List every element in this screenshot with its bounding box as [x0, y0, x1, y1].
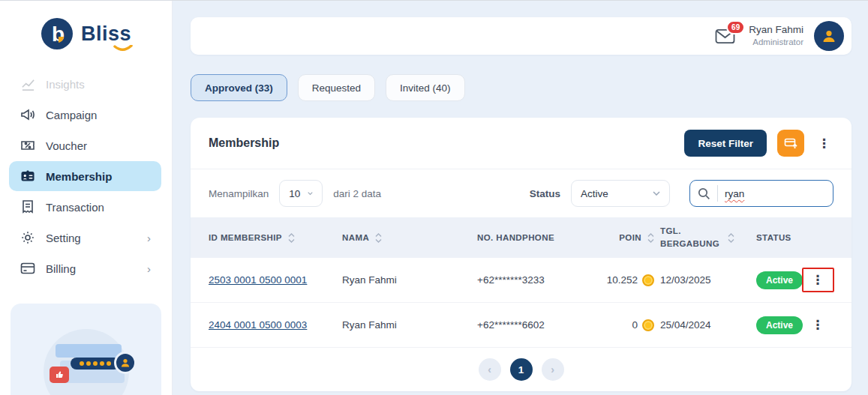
tab-requested[interactable]: Requested: [298, 74, 375, 101]
status-label: Status: [530, 188, 560, 199]
member-name: Ryan Fahmi: [342, 274, 477, 286]
status-badge: Active: [756, 316, 803, 334]
table-header-row: ID MEMBERSHIP NAMA NO. HANDPHONE POIN TG…: [191, 217, 851, 258]
sidebar-item-transaction[interactable]: Transaction: [9, 192, 161, 222]
sidebar-item-label: Setting: [46, 232, 81, 244]
sort-icon[interactable]: [728, 233, 734, 243]
table-row: 2503 0001 0500 0001 Ryan Fahmi +62******…: [191, 258, 851, 303]
row-actions-highlight-box: ⋮: [802, 268, 834, 292]
member-phone: +62*******6602: [477, 319, 591, 331]
user-meta: Ryan Fahmi Administrator: [749, 24, 803, 47]
notification-button[interactable]: 69: [715, 28, 735, 44]
sidebar-item-campaign[interactable]: Campaign: [9, 100, 161, 130]
insights-icon: [20, 77, 36, 91]
bliss-logo-icon: b: [41, 17, 74, 50]
table-row: 2404 0001 0500 0003 Ryan Fahmi +62******…: [191, 303, 851, 348]
membership-id-link-cell: 2503 0001 0500 0001: [209, 274, 342, 286]
sort-icon[interactable]: [647, 233, 654, 243]
user-avatar[interactable]: [814, 21, 844, 51]
user-name: Ryan Fahmi: [749, 24, 803, 37]
member-poin: 0: [632, 319, 638, 331]
sidebar-item-label: Campaign: [46, 109, 97, 121]
column-header-id: ID MEMBERSHIP: [209, 233, 342, 243]
row-actions-cell: ⋮: [803, 268, 833, 292]
rating-stars-icon: [71, 358, 120, 370]
sidebar-item-insights[interactable]: Insights: [9, 69, 161, 99]
membership-id-link[interactable]: 2503 0001 0500 0001: [209, 274, 307, 286]
app-root: b Bliss Insights: [0, 1, 868, 395]
membership-id-link[interactable]: 2404 0001 0500 0003: [209, 319, 307, 331]
sort-icon[interactable]: [288, 233, 295, 243]
member-name: Ryan Fahmi: [342, 319, 477, 331]
sort-icon[interactable]: [375, 233, 382, 243]
column-header-poin: POIN: [591, 233, 660, 243]
sidebar-item-label: Billing: [46, 262, 76, 275]
row-more-menu[interactable]: ⋮: [809, 272, 827, 288]
thumbs-up-icon: [50, 367, 69, 383]
campaign-icon: [20, 107, 36, 122]
column-header-handphone: NO. HANDPHONE: [477, 233, 591, 242]
reset-filter-button[interactable]: Reset Filter: [684, 130, 767, 157]
feedback-illustration: [30, 323, 143, 392]
tab-invited[interactable]: Invited (40): [386, 74, 465, 101]
tab-approved[interactable]: Approved (33): [191, 74, 287, 101]
logo-smile-icon: [113, 45, 133, 52]
export-card-button[interactable]: [777, 130, 804, 157]
chevron-down-icon: [653, 191, 660, 196]
panel-more-menu[interactable]: ⋮: [815, 136, 833, 151]
coin-icon: [642, 319, 654, 331]
member-poin-cell: 0: [591, 319, 660, 331]
search-input[interactable]: ryan: [689, 180, 833, 207]
logo-text: Bliss: [81, 22, 131, 45]
membership-panel: Membership Reset Filter ⋮ Menampilkan 10: [191, 118, 851, 391]
panel-title: Membership: [209, 136, 279, 150]
column-header-status: STATUS: [756, 233, 803, 242]
pagination-next-button[interactable]: ›: [542, 358, 564, 381]
membership-tabs: Approved (33) Requested Invited (40): [191, 74, 851, 101]
membership-icon: [20, 169, 36, 184]
member-status-cell: Active: [756, 274, 803, 286]
billing-icon: [20, 262, 36, 274]
pagination-prev-button[interactable]: ‹: [479, 358, 501, 381]
feedback-avatar-icon: [114, 352, 137, 374]
member-poin: 10.252: [607, 274, 638, 286]
coin-icon: [642, 274, 654, 286]
voucher-icon: [20, 138, 36, 153]
chevron-right-icon: ›: [147, 262, 151, 275]
page-size-value: 10: [289, 188, 300, 199]
sidebar-item-label: Transaction: [46, 201, 104, 214]
total-data-label: dari 2 data: [333, 188, 381, 199]
status-select[interactable]: Active: [571, 180, 670, 207]
page-size-select[interactable]: 10: [279, 180, 323, 207]
chevron-right-icon: ›: [147, 232, 151, 244]
sidebar-item-label: Insights: [46, 78, 85, 91]
status-value: Active: [581, 188, 608, 199]
sidebar-nav: Insights Campaign Voucher Membership: [0, 61, 172, 284]
status-badge: Active: [756, 271, 803, 289]
pagination: ‹ 1 ›: [191, 348, 851, 391]
search-cursor-divider: [717, 185, 718, 202]
member-status-cell: Active: [756, 319, 803, 331]
setting-icon: [20, 230, 36, 245]
search-icon: [698, 187, 710, 200]
notification-badge: 69: [726, 20, 745, 34]
sidebar-item-billing[interactable]: Billing ›: [9, 253, 161, 283]
topbar: 69 Ryan Fahmi Administrator: [191, 17, 851, 55]
transaction-icon: [20, 199, 36, 214]
filter-row: Menampilkan 10 dari 2 data Status Active: [191, 169, 851, 217]
search-text: ryan: [725, 188, 744, 199]
member-phone: +62*******3233: [477, 274, 591, 286]
sidebar-item-voucher[interactable]: Voucher: [9, 130, 161, 160]
member-poin-cell: 10.252: [591, 274, 660, 286]
pagination-current-page[interactable]: 1: [510, 358, 533, 381]
column-header-tgl-bergabung: TGL. BERGABUNG: [660, 225, 756, 251]
member-joined-date: 12/03/2025: [660, 274, 756, 286]
member-joined-date: 25/04/2024: [660, 319, 756, 331]
show-label: Menampilkan: [209, 188, 269, 199]
sidebar-item-setting[interactable]: Setting ›: [9, 223, 161, 253]
membership-id-link-cell: 2404 0001 0500 0003: [209, 319, 342, 331]
export-card-icon: [783, 136, 798, 151]
sidebar-item-membership[interactable]: Membership: [9, 161, 161, 191]
bliss-logo: b Bliss: [0, 1, 172, 61]
row-more-menu[interactable]: ⋮: [809, 317, 827, 333]
